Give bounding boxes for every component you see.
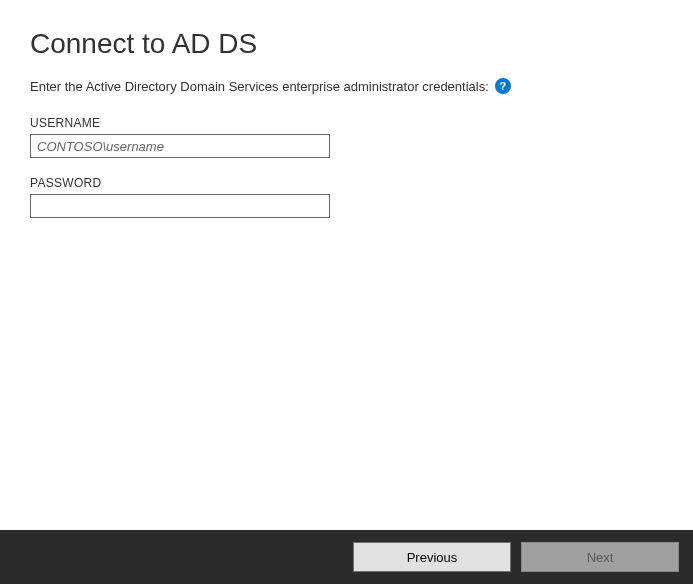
main-content: Connect to AD DS Enter the Active Direct… <box>0 0 693 530</box>
footer-bar: Previous Next <box>0 530 693 584</box>
instruction-text: Enter the Active Directory Domain Servic… <box>30 79 489 94</box>
username-label: USERNAME <box>30 116 663 130</box>
help-icon[interactable]: ? <box>495 78 511 94</box>
next-button: Next <box>521 542 679 572</box>
password-field-group: PASSWORD <box>30 176 663 218</box>
username-input[interactable] <box>30 134 330 158</box>
username-field-group: USERNAME <box>30 116 663 158</box>
password-label: PASSWORD <box>30 176 663 190</box>
page-title: Connect to AD DS <box>30 28 663 60</box>
password-input[interactable] <box>30 194 330 218</box>
instruction-row: Enter the Active Directory Domain Servic… <box>30 78 663 94</box>
previous-button[interactable]: Previous <box>353 542 511 572</box>
